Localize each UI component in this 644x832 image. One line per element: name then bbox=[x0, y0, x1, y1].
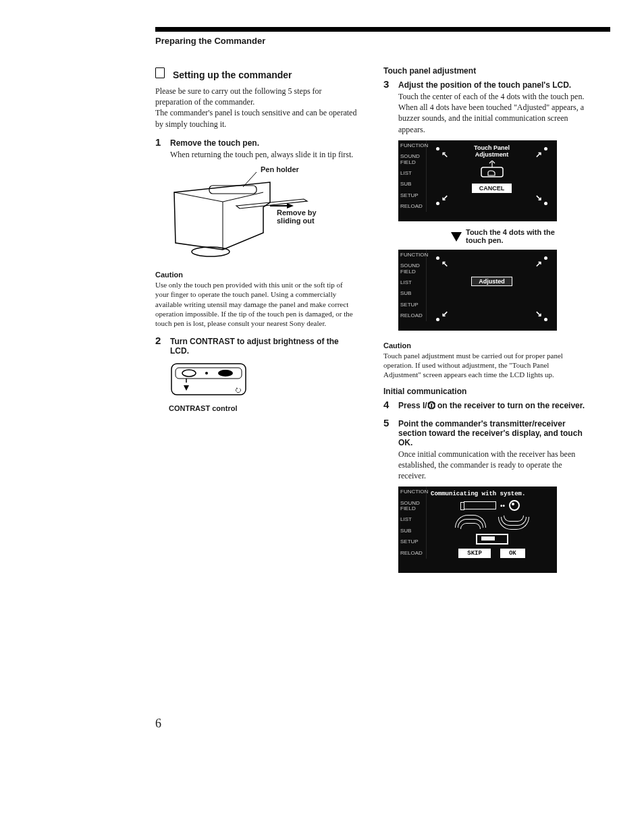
remove-label: Remove by sliding out bbox=[277, 209, 338, 225]
lcd-side-item: LIST bbox=[398, 168, 427, 179]
lcd1-title-line2: Adjustment bbox=[475, 151, 509, 158]
wave-row bbox=[431, 515, 553, 530]
lcd-side-item: FUNCTION bbox=[398, 250, 427, 260]
main-heading: Setting up the commander bbox=[173, 70, 292, 80]
lcd-screen-1: FUNCTION SOUND FIELD LIST SUB SETUP RELO… bbox=[398, 140, 557, 221]
lcd-side-item: FUNCTION bbox=[398, 140, 427, 151]
step-5: 5 Point the commander's transmitter/rece… bbox=[383, 417, 586, 447]
signal-dots-icon: •• bbox=[500, 502, 505, 509]
wave-up-icon bbox=[454, 515, 487, 530]
lcd-side-item: RELOAD bbox=[398, 310, 427, 321]
step-2-title: Turn CONTRAST to adjust brightness of th… bbox=[170, 337, 358, 356]
lcd3-sidebar: FUNCTION SOUND FIELD LIST SUB SETUP RELO… bbox=[398, 487, 427, 573]
page-number: 6 bbox=[155, 717, 161, 731]
lcd-ok-button[interactable]: OK bbox=[500, 549, 525, 558]
pen-illustration: Pen holder Remove by sliding out bbox=[169, 165, 338, 260]
lcd-adjusted-label: Adjusted bbox=[471, 277, 512, 286]
lcd-side-item: RELOAD bbox=[398, 201, 427, 212]
touch-panel-heading: Touch panel adjustment bbox=[383, 66, 586, 76]
step-5-body: Once initial communication with the rece… bbox=[398, 449, 586, 482]
svg-marker-9 bbox=[184, 385, 189, 391]
wave-down-icon bbox=[497, 515, 531, 530]
heading-row: Setting up the commander bbox=[155, 66, 358, 80]
step-1-body: When returning the touch pen, always sli… bbox=[170, 149, 358, 160]
lcd-side-item: LIST bbox=[398, 277, 427, 288]
lcd1-sidebar: FUNCTION SOUND FIELD LIST SUB SETUP RELO… bbox=[398, 140, 427, 221]
lcd-side-item: SOUND FIELD bbox=[398, 151, 427, 168]
step-3: 3 Adjust the position of the touch panel… bbox=[383, 78, 586, 90]
lcd-side-item: SOUND FIELD bbox=[398, 260, 427, 277]
step-2: 2 Turn CONTRAST to adjust brightness of … bbox=[155, 335, 358, 356]
lcd-side-item: SUB bbox=[398, 288, 427, 299]
lcd-side-item: SUB bbox=[398, 526, 427, 536]
ir-target-icon bbox=[509, 500, 520, 511]
step-4: 4 Press I/⏼ on the receiver to turn on t… bbox=[383, 399, 586, 410]
contrast-illustration: ⭮ bbox=[169, 361, 257, 401]
step-3-body: Touch the center of each of the 4 dots w… bbox=[398, 91, 586, 135]
remote-icon bbox=[464, 501, 496, 509]
svg-marker-2 bbox=[287, 203, 294, 209]
lcd-side-item: SETUP bbox=[398, 536, 427, 547]
lcd-cancel-button[interactable]: CANCEL bbox=[472, 184, 512, 193]
lcd-side-item: RELOAD bbox=[398, 548, 427, 559]
initial-comm-heading: Initial communication bbox=[383, 387, 586, 396]
touch-hand-icon bbox=[479, 161, 506, 179]
step-5-title: Point the commander's transmitter/receiv… bbox=[398, 419, 586, 447]
lcd1-main: Touch Panel Adjustment CANCEL bbox=[427, 140, 557, 221]
lcd-side-item: LIST bbox=[398, 514, 427, 525]
down-arrow-icon bbox=[451, 232, 462, 242]
lcd2-sidebar: FUNCTION SOUND FIELD LIST SUB SETUP RELO… bbox=[398, 250, 427, 331]
step-1-number: 1 bbox=[155, 136, 165, 148]
svg-point-8 bbox=[218, 370, 233, 377]
caution-1-body: Use only the touch pen provided with thi… bbox=[155, 280, 358, 328]
svg-point-7 bbox=[205, 372, 208, 375]
columns: Setting up the commander Please be sure … bbox=[155, 66, 610, 580]
lcd1-caption-row: Touch the 4 dots with the touch pen. bbox=[451, 228, 586, 244]
lcd2-main: Adjusted ↖ ↗ ↙ ↘ bbox=[427, 250, 557, 331]
receiver-icon bbox=[476, 534, 508, 545]
step-1: 1 Remove the touch pen. bbox=[155, 136, 358, 148]
caution-2-body: Touch panel adjustment must be carried o… bbox=[383, 351, 586, 380]
step-3-number: 3 bbox=[383, 78, 393, 90]
lcd-side-item: SOUND FIELD bbox=[398, 498, 427, 515]
step-3-title: Adjust the position of the touch panel's… bbox=[398, 80, 571, 90]
lcd-side-item: FUNCTION bbox=[398, 487, 427, 497]
caution-2-heading: Caution bbox=[383, 341, 586, 350]
step-4-title: Press I/⏼ on the receiver to turn on the… bbox=[398, 401, 585, 410]
page: Preparing the Commander Setting up the c… bbox=[0, 0, 644, 832]
lcd3-status: Communicating with system. bbox=[431, 491, 553, 497]
top-rule bbox=[155, 27, 610, 32]
lcd1-caption: Touch the 4 dots with the touch pen. bbox=[466, 228, 574, 244]
svg-text:⭮: ⭮ bbox=[235, 386, 242, 393]
right-column: Touch panel adjustment 3 Adjust the posi… bbox=[383, 66, 586, 580]
step-2-number: 2 bbox=[155, 335, 165, 346]
section-header: Preparing the Commander bbox=[155, 36, 610, 46]
lcd-screen-2: FUNCTION SOUND FIELD LIST SUB SETUP RELO… bbox=[398, 250, 557, 331]
step-5-number: 5 bbox=[383, 417, 393, 428]
intro-paragraph: Please be sure to carry out the followin… bbox=[155, 86, 358, 130]
pen-holder-label: Pen holder bbox=[261, 165, 299, 173]
caution-1-heading: Caution bbox=[155, 271, 358, 279]
svg-point-6 bbox=[182, 370, 196, 377]
lcd1-title-line1: Touch Panel bbox=[474, 144, 510, 151]
lcd-screen-3: FUNCTION SOUND FIELD LIST SUB SETUP RELO… bbox=[398, 487, 557, 573]
left-column: Setting up the commander Please be sure … bbox=[155, 66, 358, 580]
lcd-side-item: SETUP bbox=[398, 190, 427, 201]
lcd-side-item: SETUP bbox=[398, 300, 427, 310]
lcd3-main: Communicating with system. •• bbox=[427, 487, 557, 573]
step-4-number: 4 bbox=[383, 399, 393, 410]
contrast-label: CONTRAST control bbox=[169, 404, 358, 412]
svg-rect-1 bbox=[209, 186, 257, 194]
book-icon bbox=[155, 67, 165, 78]
lcd-skip-button[interactable]: SKIP bbox=[458, 549, 491, 558]
step-1-title: Remove the touch pen. bbox=[170, 138, 259, 148]
lcd-side-item: SUB bbox=[398, 179, 427, 190]
